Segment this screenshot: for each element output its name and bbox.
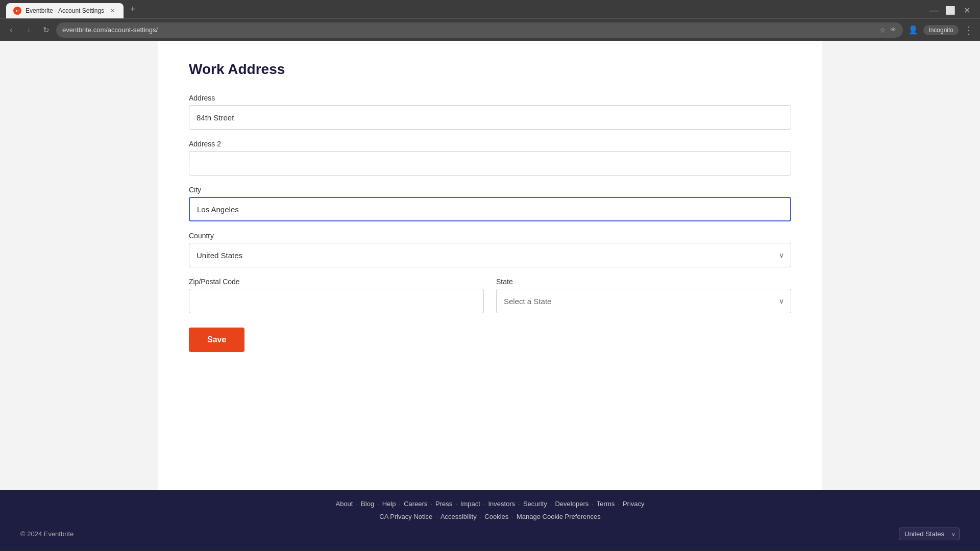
tab-close-button[interactable]: ✕ xyxy=(108,7,116,15)
country-select-wrapper: United States ∨ xyxy=(189,243,791,267)
close-button[interactable]: ✕ xyxy=(960,3,974,17)
footer-secondary-row: CA Privacy Notice · Accessibility · Cook… xyxy=(20,513,960,520)
footer-link-cookies[interactable]: Cookies xyxy=(481,513,511,520)
state-form-group: State Select a State Alabama Alaska Ariz… xyxy=(496,278,791,313)
footer-link-cookie-prefs[interactable]: Manage Cookie Preferences xyxy=(513,513,604,520)
left-panel xyxy=(0,41,158,490)
footer-link-ca-privacy[interactable]: CA Privacy Notice xyxy=(376,513,435,520)
address-bar[interactable]: eventbrite.com/account-settings/ ☆ 👁 xyxy=(56,22,903,38)
footer-link-investors[interactable]: Investors xyxy=(485,500,519,508)
page-title: Work Address xyxy=(189,61,791,78)
zip-label: Zip/Postal Code xyxy=(189,278,484,286)
city-form-group: City xyxy=(189,186,791,221)
address-form-group: Address xyxy=(189,94,791,130)
footer-inner: About · Blog · Help · Careers · Press · … xyxy=(20,500,960,540)
footer-link-blog[interactable]: Blog xyxy=(358,500,377,508)
country-form-group: Country United States ∨ xyxy=(189,232,791,267)
browser-tab[interactable]: e Eventbrite - Account Settings ✕ xyxy=(6,3,124,18)
footer-link-about[interactable]: About xyxy=(332,500,356,508)
footer-link-careers[interactable]: Careers xyxy=(401,500,430,508)
center-content: Work Address Address Address 2 City Coun… xyxy=(158,41,822,490)
back-button[interactable]: ‹ xyxy=(4,23,18,37)
footer-link-help[interactable]: Help xyxy=(379,500,399,508)
footer-country-select[interactable]: United States xyxy=(899,528,960,540)
address-label: Address xyxy=(189,94,791,102)
footer-link-developers[interactable]: Developers xyxy=(552,500,592,508)
incognito-badge: Incognito xyxy=(923,25,959,35)
country-label: Country xyxy=(189,232,791,240)
footer-link-accessibility[interactable]: Accessibility xyxy=(437,513,480,520)
tab-favicon: e xyxy=(13,7,21,15)
more-options-button[interactable]: ⋮ xyxy=(962,23,976,37)
footer-copyright: © 2024 Eventbrite xyxy=(20,530,74,538)
address-bar-row: ‹ › ↻ eventbrite.com/account-settings/ ☆… xyxy=(0,18,980,41)
address2-label: Address 2 xyxy=(189,140,791,148)
footer: About · Blog · Help · Careers · Press · … xyxy=(0,490,980,550)
footer-link-security[interactable]: Security xyxy=(520,500,550,508)
footer-bottom-row: © 2024 Eventbrite United States ∨ xyxy=(20,528,960,540)
zip-form-group: Zip/Postal Code xyxy=(189,278,484,313)
address-url: eventbrite.com/account-settings/ xyxy=(62,26,875,34)
footer-link-privacy[interactable]: Privacy xyxy=(620,500,648,508)
forward-button[interactable]: › xyxy=(21,23,36,37)
page-body: Work Address Address Address 2 City Coun… xyxy=(0,41,980,490)
profile-icon-button[interactable]: 👤 xyxy=(906,23,920,37)
window-controls: — ⬜ ✕ xyxy=(927,3,974,17)
maximize-button[interactable]: ⬜ xyxy=(943,3,958,17)
zip-input[interactable] xyxy=(189,289,484,313)
new-tab-button[interactable]: + xyxy=(126,2,140,16)
tab-area: e Eventbrite - Account Settings ✕ + xyxy=(6,2,974,18)
footer-link-press[interactable]: Press xyxy=(432,500,455,508)
state-select-wrapper: Select a State Alabama Alaska Arizona Ar… xyxy=(496,289,791,313)
visibility-icon: 👁 xyxy=(890,26,897,34)
footer-country-wrapper: United States ∨ xyxy=(899,528,960,540)
tab-title: Eventbrite - Account Settings xyxy=(26,7,104,14)
address2-input[interactable] xyxy=(189,151,791,176)
address-input[interactable] xyxy=(189,105,791,130)
bookmark-icon[interactable]: ☆ xyxy=(879,26,886,34)
save-button[interactable]: Save xyxy=(189,328,244,352)
zip-state-row: Zip/Postal Code State Select a State Ala… xyxy=(189,278,791,313)
address2-form-group: Address 2 xyxy=(189,140,791,176)
footer-links-row: About · Blog · Help · Careers · Press · … xyxy=(332,500,647,508)
right-panel xyxy=(822,41,980,490)
refresh-button[interactable]: ↻ xyxy=(39,23,53,37)
country-select[interactable]: United States xyxy=(189,243,791,267)
city-label: City xyxy=(189,186,791,194)
footer-link-impact[interactable]: Impact xyxy=(457,500,483,508)
city-input[interactable] xyxy=(189,197,791,221)
state-select[interactable]: Select a State Alabama Alaska Arizona Ar… xyxy=(496,289,791,313)
state-label: State xyxy=(496,278,791,286)
footer-link-terms[interactable]: Terms xyxy=(594,500,618,508)
minimize-button[interactable]: — xyxy=(927,3,941,17)
